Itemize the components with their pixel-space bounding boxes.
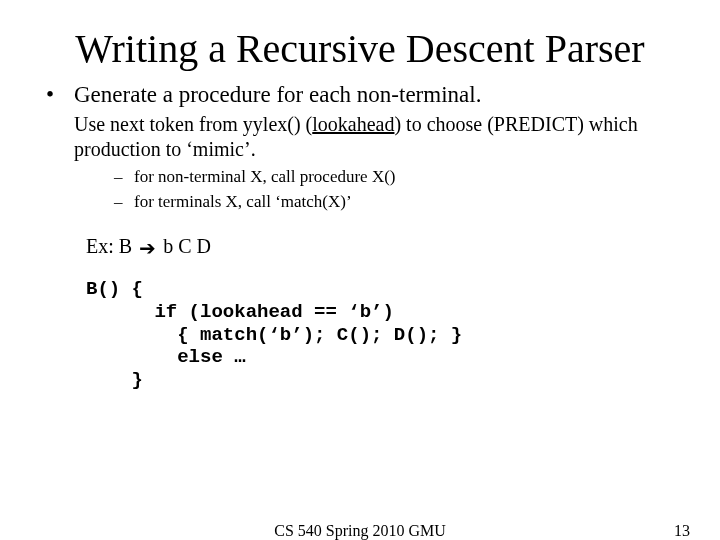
example-line: Ex: B ➔ b C D [42,235,690,260]
arrow-icon: ➔ [139,236,156,260]
bullet-dot: • [42,82,74,108]
sub-bullet: Use next token from yylex() (lookahead) … [42,112,690,162]
dash-item: – for non-terminal X, call procedure X() [42,166,690,187]
example-prefix: Ex: B [86,235,137,257]
dash-item: – for terminals X, call ‘match(X)’ [42,191,690,212]
code-block: B() { if (lookahead == ‘b’) { match(‘b’)… [42,278,690,392]
bullet-text: Generate a procedure for each non-termin… [74,82,481,108]
dash-text: for non-terminal X, call procedure X() [134,166,396,187]
example-suffix: b C D [158,235,211,257]
sub-text-underlined: lookahead [312,113,394,135]
dash-marker: – [114,191,134,212]
slide-number: 13 [674,522,690,540]
bullet-level1: • Generate a procedure for each non-term… [42,82,690,108]
footer-center-text: CS 540 Spring 2010 GMU [0,522,720,540]
slide-title: Writing a Recursive Descent Parser [0,0,720,72]
slide-body: • Generate a procedure for each non-term… [0,82,720,392]
dash-text: for terminals X, call ‘match(X)’ [134,191,352,212]
dash-marker: – [114,166,134,187]
sub-text-pre: Use next token from yylex() ( [74,113,312,135]
